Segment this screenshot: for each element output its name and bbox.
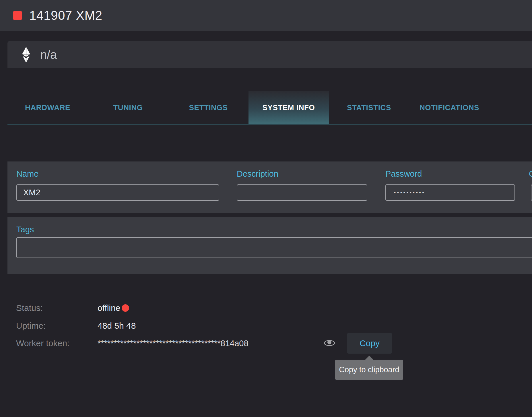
tab-tuning-label: TUNING bbox=[113, 103, 143, 112]
coin-bar: n/a bbox=[7, 41, 532, 68]
tab-bar: HARDWARE TUNING SETTINGS SYSTEM INFO STA… bbox=[7, 91, 532, 124]
tab-underline bbox=[7, 124, 532, 125]
uptime-label: Uptime: bbox=[16, 321, 46, 331]
tab-tuning[interactable]: TUNING bbox=[88, 91, 168, 124]
password-label: Password bbox=[385, 169, 422, 179]
worker-token-value: **************************************81… bbox=[98, 338, 248, 348]
page-title: 141907 XM2 bbox=[29, 8, 102, 23]
tags-panel: Tags bbox=[7, 217, 532, 274]
tab-statistics-label: STATISTICS bbox=[347, 103, 391, 112]
tab-hardware[interactable]: HARDWARE bbox=[7, 91, 88, 124]
worker-status-square-icon bbox=[13, 11, 22, 20]
tab-system-info-label: SYSTEM INFO bbox=[263, 103, 315, 112]
name-label: Name bbox=[16, 169, 38, 179]
tooltip-arrow bbox=[365, 356, 373, 360]
copy-token-button[interactable]: Copy bbox=[347, 333, 392, 354]
reveal-token-eye-icon[interactable] bbox=[323, 338, 336, 348]
tags-label: Tags bbox=[16, 225, 34, 234]
cutoff-field-label: C bbox=[529, 169, 532, 179]
password-input[interactable] bbox=[385, 184, 515, 201]
description-input[interactable] bbox=[237, 184, 367, 201]
name-input[interactable] bbox=[16, 184, 219, 201]
status-label: Status: bbox=[16, 303, 43, 313]
status-value: offline bbox=[98, 303, 121, 313]
worker-token-label: Worker token: bbox=[16, 338, 69, 348]
page-header: 141907 XM2 bbox=[0, 0, 532, 31]
uptime-value: 48d 5h 48 bbox=[98, 321, 136, 331]
tags-input[interactable] bbox=[16, 237, 532, 258]
ethereum-icon bbox=[21, 46, 31, 63]
cutoff-field-input[interactable] bbox=[531, 184, 532, 201]
offline-status-dot-icon bbox=[122, 304, 129, 312]
system-info-form-panel: Name Description Password C bbox=[7, 161, 532, 213]
tab-settings-label: SETTINGS bbox=[189, 103, 228, 112]
description-label: Description bbox=[237, 169, 278, 179]
tab-settings[interactable]: SETTINGS bbox=[168, 91, 248, 124]
tab-notifications-label: NOTIFICATIONS bbox=[420, 103, 479, 112]
worker-page: 141907 XM2 n/a HARDWARE TUNING SETTINGS … bbox=[0, 0, 532, 417]
coin-value: n/a bbox=[40, 48, 57, 62]
copy-tooltip: Copy to clipboard bbox=[335, 360, 403, 380]
tab-hardware-label: HARDWARE bbox=[25, 103, 70, 112]
tab-system-info[interactable]: SYSTEM INFO bbox=[248, 91, 329, 124]
tab-statistics[interactable]: STATISTICS bbox=[329, 91, 409, 124]
tab-notifications[interactable]: NOTIFICATIONS bbox=[409, 91, 490, 124]
